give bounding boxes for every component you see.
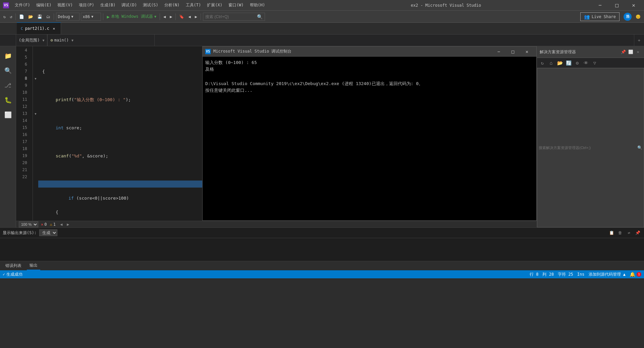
menu-test[interactable]: 测试(S) xyxy=(140,2,161,9)
expand-button[interactable]: ⬜ xyxy=(627,49,634,55)
line-num-11: 11 xyxy=(16,96,30,103)
editor-container: 4 5 6 7 8 9 10 11 12 13 14 15 16 17 18 1… xyxy=(16,46,537,227)
output-source-select[interactable]: 生成 xyxy=(39,229,57,236)
status-row[interactable]: 行 8 xyxy=(530,272,538,277)
platform-dropdown[interactable]: x86 ▼ xyxy=(81,13,101,21)
feedback-button[interactable]: 😊 xyxy=(634,12,642,21)
toolbar-sep-1 xyxy=(15,13,16,20)
minimize-button[interactable]: − xyxy=(592,0,608,10)
solution-explorer-header: 解决方案资源管理器 📌 ⬜ ✕ xyxy=(537,46,644,58)
function-icon: ⚙ xyxy=(50,38,53,43)
new-file-button[interactable]: 📄 xyxy=(18,12,25,21)
tab-part2[interactable]: C part2(1).c ✕ xyxy=(17,22,61,34)
fold-8[interactable]: ▼ xyxy=(33,75,38,82)
tab-file-icon: C xyxy=(21,26,23,31)
menu-edit[interactable]: 编辑(E) xyxy=(34,2,54,9)
output-copy-button[interactable]: 📋 xyxy=(608,229,615,236)
menu-view[interactable]: 视图(V) xyxy=(55,2,75,9)
redo-button[interactable]: ↺ xyxy=(8,12,13,21)
solution-search-input[interactable] xyxy=(539,146,637,150)
menu-tools[interactable]: 工具(T) xyxy=(183,2,204,9)
menu-help[interactable]: 帮助(H) xyxy=(247,2,268,9)
prev-error-button[interactable]: ◀ xyxy=(58,221,64,227)
line-num-18: 18 xyxy=(16,145,30,152)
open-file-button[interactable]: 📂 xyxy=(27,12,35,21)
maximize-button[interactable]: □ xyxy=(609,0,625,10)
breadcrumb-scope[interactable]: (全局范围) ▼ xyxy=(16,34,47,46)
menu-extensions[interactable]: 扩展(X) xyxy=(204,2,225,9)
forward-button[interactable]: ▶ xyxy=(168,12,173,21)
sol-sync-button[interactable]: ↻ xyxy=(538,59,546,67)
output-pin-button[interactable]: 📌 xyxy=(634,229,641,236)
toolbar-sep-3 xyxy=(103,13,103,20)
fold-13[interactable]: ▼ xyxy=(33,110,38,117)
add-column-button[interactable]: + xyxy=(634,34,644,46)
menu-window[interactable]: 窗口(W) xyxy=(226,2,247,9)
activity-search[interactable]: 🔍 xyxy=(1,64,15,77)
error-bar: 错误列表 输出 xyxy=(0,261,644,270)
tab-output[interactable]: 输出 xyxy=(27,261,40,270)
live-share-button[interactable]: 👥 Live Share xyxy=(580,12,620,21)
sol-refresh-button[interactable]: 🔄 xyxy=(565,59,573,67)
solution-search[interactable]: 🔍 xyxy=(537,68,644,227)
output-clear-button[interactable]: 🗑 xyxy=(616,229,624,236)
notification-badge: 1 xyxy=(637,272,641,277)
menu-file[interactable]: 文件(F) xyxy=(12,2,33,9)
user-avatar[interactable]: 浩 xyxy=(624,13,632,21)
console-close-button[interactable]: ✕ xyxy=(520,47,534,56)
back-button[interactable]: ◀ xyxy=(162,12,167,21)
sol-settings-button[interactable]: ⚙ xyxy=(573,59,581,67)
status-ins[interactable]: Ins xyxy=(577,272,585,277)
activity-git[interactable]: ⎇ xyxy=(1,78,15,92)
zoom-select[interactable]: 100 % xyxy=(19,221,38,227)
sol-filter-button[interactable]: ▽ xyxy=(591,59,599,67)
sol-show-all-button[interactable]: 📂 xyxy=(556,59,564,67)
status-add-source[interactable]: 添加到源代码管理 ▲ xyxy=(589,272,626,277)
status-chars[interactable]: 字符 25 xyxy=(558,272,573,277)
search-input[interactable] xyxy=(205,14,256,19)
zoom-bar: 100 % ✕ 0 ⚠ 1 ◀ ▶ xyxy=(16,221,537,227)
console-line-4: 按任意键关闭此窗口... xyxy=(205,87,534,94)
bookmark-button[interactable]: 🔖 xyxy=(178,12,185,21)
sol-view-button[interactable]: 👁 xyxy=(582,59,590,67)
tab-error-list[interactable]: 错误列表 xyxy=(3,261,24,270)
line-num-10: 10 xyxy=(16,89,30,96)
main-container: 📁 🔍 ⎇ 🐛 ⬜ 4 5 6 7 8 9 10 11 12 13 14 15 … xyxy=(0,46,644,227)
next-error-button[interactable]: ▶ xyxy=(65,221,71,227)
activity-extensions[interactable]: ⬜ xyxy=(1,108,15,121)
save-button[interactable]: 💾 xyxy=(36,12,44,21)
sol-home-button[interactable]: ⌂ xyxy=(547,59,555,67)
status-build-success[interactable]: ✓ 生成成功 xyxy=(3,272,22,277)
save-all-button[interactable]: 🗂 xyxy=(45,12,52,21)
status-col[interactable]: 列 28 xyxy=(542,272,554,277)
search-box[interactable]: 🔍 xyxy=(203,13,265,21)
console-content: 输入分数 (0~100) : 65 及格 D:\Visual Studio Co… xyxy=(203,57,536,220)
console-maximize-button[interactable]: □ xyxy=(506,47,520,56)
console-minimize-button[interactable]: − xyxy=(492,47,505,56)
line-num-20: 20 xyxy=(16,159,30,166)
undo-button[interactable]: ↻ xyxy=(2,12,7,21)
bookmark-next-button[interactable]: ▶ xyxy=(194,12,199,21)
breadcrumb-function[interactable]: ⚙ main() ▼ xyxy=(47,34,155,46)
status-notification[interactable]: 🔔 1 xyxy=(630,272,641,277)
menu-analyze[interactable]: 分析(N) xyxy=(162,2,182,9)
activity-debug[interactable]: 🐛 xyxy=(1,93,15,107)
close-button[interactable]: ✕ xyxy=(626,0,641,10)
output-word-wrap-button[interactable]: ⇌ xyxy=(625,229,633,236)
debug-config-dropdown[interactable]: Debug ▼ xyxy=(56,13,79,21)
tab-close-button[interactable]: ✕ xyxy=(51,26,57,31)
fold-column: ▼ ▼ xyxy=(33,46,38,221)
activity-explorer[interactable]: 📁 xyxy=(1,49,15,62)
menu-build[interactable]: 生成(B) xyxy=(98,2,118,9)
activity-bar: 📁 🔍 ⎇ 🐛 ⬜ xyxy=(0,46,16,227)
pin-button[interactable]: 📌 xyxy=(620,49,627,55)
run-button[interactable]: ▶ 本地 Windows 调试器 ▼ xyxy=(105,12,158,21)
bookmark-prev-button[interactable]: ◀ xyxy=(187,12,192,21)
menu-project[interactable]: 项目(P) xyxy=(76,2,97,9)
line-num-15: 15 xyxy=(16,124,30,131)
title-bar: VS 文件(F) 编辑(E) 视图(V) 项目(P) 生成(B) 调试(D) 测… xyxy=(0,0,644,11)
line-num-4: 4 xyxy=(16,47,30,54)
solution-close-button[interactable]: ✕ xyxy=(635,49,641,55)
line-num-17: 17 xyxy=(16,138,30,145)
menu-debug[interactable]: 调试(D) xyxy=(119,2,140,9)
